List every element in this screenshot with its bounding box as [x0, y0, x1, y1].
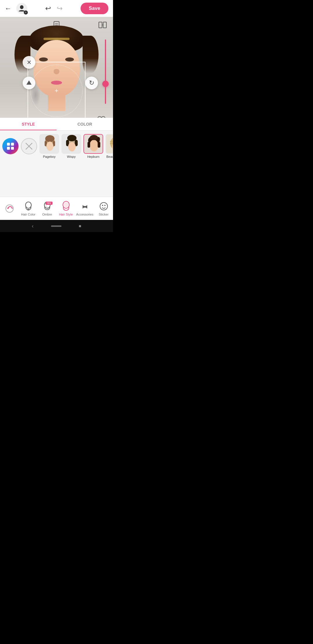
- hair-item-beach-wave[interactable]: Beach Wave: [105, 134, 113, 158]
- nav-label-sticker: Sticker: [99, 213, 109, 216]
- svg-point-52: [26, 202, 31, 208]
- move-handle-button[interactable]: [23, 77, 35, 89]
- svg-rect-6: [103, 22, 106, 28]
- svg-marker-8: [27, 81, 32, 85]
- hair-thumb-wispy: [61, 134, 81, 154]
- hairstyle-row: Pageboy Wispy: [0, 131, 113, 162]
- svg-line-55: [46, 206, 48, 209]
- nav-item-hair-color[interactable]: Hair Color: [19, 201, 38, 216]
- photo-area: + ✕ ↻: [0, 17, 113, 129]
- undo-button[interactable]: ↩: [45, 4, 51, 12]
- svg-point-34: [90, 135, 98, 140]
- slider-thumb[interactable]: [102, 81, 109, 87]
- hair-item-hepburn[interactable]: Hepburn: [83, 134, 103, 158]
- back-button[interactable]: ←: [5, 4, 12, 12]
- android-nav: ‹ ■: [0, 220, 113, 232]
- reset-icon: [4, 203, 15, 214]
- android-recent-button[interactable]: ■: [79, 224, 81, 228]
- hair-style-icon: [61, 201, 71, 211]
- toolbar-center: ↩ ↪: [45, 4, 63, 12]
- svg-point-19: [45, 135, 54, 142]
- hair-color-icon: [23, 201, 34, 211]
- svg-rect-53: [27, 209, 30, 210]
- hair-label-wispy: Wispy: [67, 155, 76, 158]
- redo-button[interactable]: ↪: [57, 4, 63, 12]
- hair-label-beach-wave: Beach Wave: [106, 155, 113, 158]
- svg-point-22: [46, 142, 53, 151]
- svg-point-60: [102, 205, 103, 206]
- svg-rect-13: [7, 147, 10, 150]
- avatar-add-button[interactable]: +: [16, 3, 27, 14]
- hair-thumb-beach-wave: [105, 134, 113, 154]
- style-none-button[interactable]: [21, 138, 37, 154]
- android-home-indicator[interactable]: [51, 225, 61, 227]
- nav-label-ombre: Ombre: [42, 213, 52, 216]
- category-icon[interactable]: [2, 138, 19, 154]
- toolbar-right: Save: [81, 3, 108, 14]
- toolbar: ← + ↩ ↪ Save: [0, 0, 113, 17]
- nav-item-sticker[interactable]: Sticker: [94, 201, 113, 216]
- plus-badge: +: [24, 10, 28, 15]
- nav-item-accessories[interactable]: Accessories: [75, 201, 94, 216]
- bottom-nav: Hair Color Ombre TRY Hair Style: [0, 197, 113, 220]
- svg-point-0: [20, 5, 23, 9]
- selection-box[interactable]: +: [28, 62, 85, 120]
- svg-point-31: [90, 140, 98, 151]
- hair-thumb-hepburn: [83, 134, 103, 154]
- svg-rect-33: [98, 142, 100, 148]
- rotate-handle-button[interactable]: ↻: [85, 77, 98, 89]
- hair-item-wispy[interactable]: Wispy: [61, 134, 81, 158]
- svg-point-25: [67, 135, 77, 141]
- svg-point-28: [68, 142, 76, 151]
- svg-point-57: [64, 202, 68, 207]
- sticker-icon: [99, 201, 109, 211]
- save-button[interactable]: Save: [81, 3, 108, 14]
- try-badge-ombre: TRY: [46, 202, 52, 205]
- hair-label-hepburn: Hepburn: [87, 155, 99, 158]
- svg-rect-12: [11, 143, 14, 146]
- nav-item-hair-style[interactable]: Hair Style: [57, 201, 75, 216]
- android-back-button[interactable]: ‹: [32, 223, 34, 229]
- nav-item-ombre[interactable]: Ombre TRY: [38, 201, 57, 216]
- svg-rect-14: [11, 147, 14, 150]
- accessories-icon: [80, 201, 90, 211]
- svg-point-35: [97, 137, 100, 142]
- svg-point-58: [84, 206, 86, 208]
- crosshair-icon: +: [55, 87, 59, 95]
- nav-label-hair-color: Hair Color: [21, 213, 36, 216]
- svg-point-61: [104, 205, 105, 206]
- svg-point-59: [100, 202, 108, 210]
- toolbar-left: ← +: [5, 3, 27, 14]
- svg-rect-32: [88, 142, 90, 148]
- close-handle-button[interactable]: ✕: [23, 56, 35, 69]
- nav-item-reset[interactable]: [0, 203, 19, 214]
- nav-label-hair-style: Hair Style: [59, 213, 73, 216]
- nav-label-accessories: Accessories: [76, 213, 93, 216]
- svg-rect-11: [7, 143, 10, 146]
- slider-track: [105, 39, 106, 104]
- hair-thumb-pageboy: [39, 134, 59, 154]
- hair-label-pageboy: Pageboy: [43, 155, 55, 158]
- hair-item-pageboy[interactable]: Pageboy: [39, 134, 59, 158]
